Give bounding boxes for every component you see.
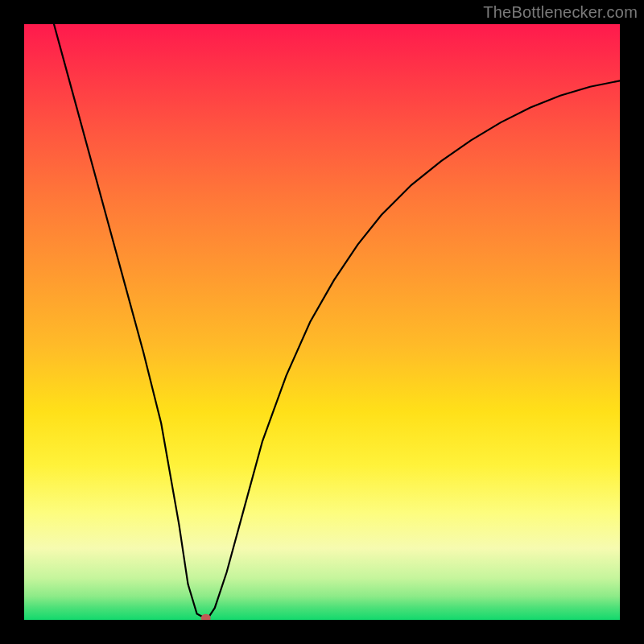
plot-area bbox=[24, 24, 620, 620]
bottleneck-curve bbox=[54, 24, 620, 617]
chart-frame: TheBottlenecker.com bbox=[0, 0, 644, 644]
chart-svg bbox=[24, 24, 620, 620]
watermark-text: TheBottlenecker.com bbox=[483, 3, 638, 22]
